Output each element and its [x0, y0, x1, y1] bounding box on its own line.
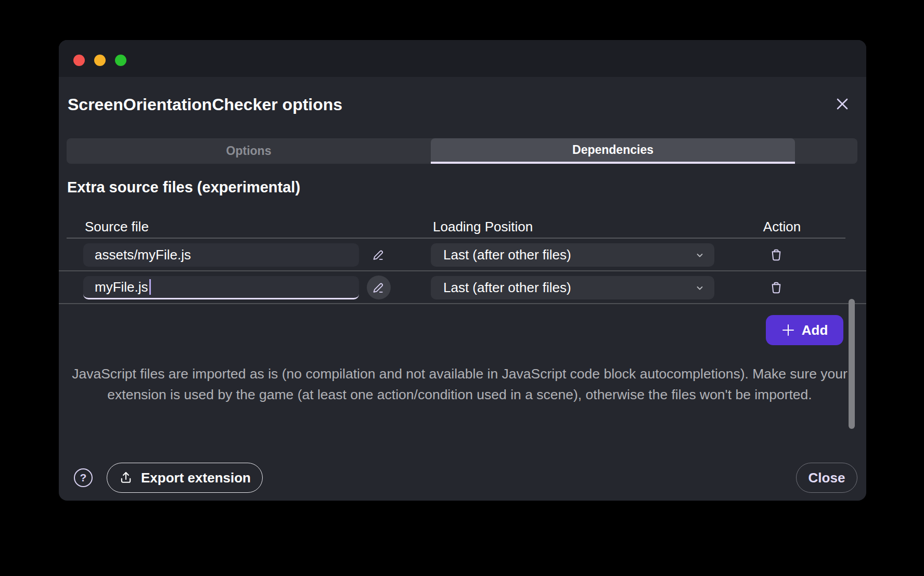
edit-icon[interactable] — [367, 243, 391, 267]
dialog-header: ScreenOrientationChecker options — [59, 77, 866, 138]
table-body: assets/myFile.js Last (after other files… — [59, 239, 866, 304]
help-icon[interactable]: ? — [74, 468, 93, 487]
edit-icon[interactable] — [367, 276, 391, 299]
add-row-button[interactable]: Add — [766, 315, 843, 345]
close-button[interactable]: Close — [796, 463, 857, 493]
plus-icon — [781, 323, 795, 337]
export-extension-button[interactable]: Export extension — [107, 463, 263, 493]
tab-options[interactable]: Options — [67, 138, 431, 164]
tab-bar: Options Dependencies — [67, 138, 857, 164]
table-row: myFile.js Last (after other files) — [59, 271, 866, 304]
table-row: assets/myFile.js Last (after other files… — [59, 239, 866, 271]
trash-icon[interactable] — [764, 276, 788, 299]
loading-position-value: Last (after other files) — [443, 280, 696, 296]
chevron-down-icon — [696, 284, 704, 292]
info-note: JavaScript files are imported as is (no … — [68, 363, 851, 405]
section-heading: Extra source files (experimental) — [67, 179, 300, 196]
screen: ScreenOrientationChecker options Options… — [0, 0, 924, 576]
loading-position-select[interactable]: Last (after other files) — [431, 276, 714, 299]
loading-position-value: Last (after other files) — [443, 247, 696, 263]
table-header: Source file Loading Position Action — [59, 217, 866, 238]
traffic-close-button[interactable] — [73, 55, 85, 66]
close-icon[interactable] — [832, 94, 853, 114]
page-title: ScreenOrientationChecker options — [68, 95, 342, 114]
dialog-window: ScreenOrientationChecker options Options… — [59, 40, 866, 501]
source-file-value: myFile.js — [95, 279, 148, 295]
column-header-action: Action — [740, 219, 824, 235]
add-button-label: Add — [802, 322, 828, 338]
titlebar — [59, 40, 866, 77]
source-file-input[interactable]: myFile.js — [83, 276, 359, 299]
column-header-loading-position: Loading Position — [433, 219, 533, 235]
column-header-source-file: Source file — [85, 219, 149, 235]
export-button-label: Export extension — [141, 470, 251, 486]
upload-icon — [119, 470, 133, 485]
source-file-value: assets/myFile.js — [95, 247, 191, 263]
text-caret — [149, 279, 151, 295]
loading-position-select[interactable]: Last (after other files) — [431, 243, 714, 267]
footer-bar: ? Export extension Close — [59, 463, 866, 493]
trash-icon[interactable] — [764, 243, 788, 267]
tab-dependencies[interactable]: Dependencies — [431, 138, 795, 164]
help-label: ? — [80, 472, 87, 484]
traffic-zoom-button[interactable] — [115, 55, 126, 66]
source-file-input[interactable]: assets/myFile.js — [83, 243, 359, 267]
chevron-down-icon — [696, 251, 704, 259]
traffic-minimize-button[interactable] — [94, 55, 106, 66]
